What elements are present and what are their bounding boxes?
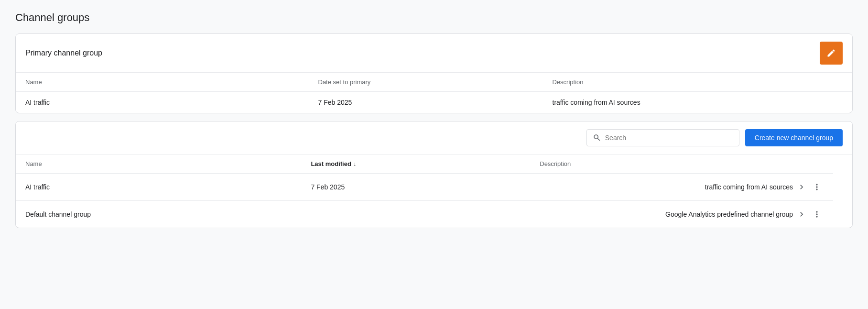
- group-row-name-2: Default channel group: [16, 201, 301, 228]
- table-row: Default channel group Google Analytics p…: [16, 201, 852, 228]
- channel-groups-card: Create new channel group Name Last modif…: [15, 121, 853, 228]
- primary-row-date: 7 Feb 2025: [309, 92, 543, 113]
- group-row-description-1: traffic coming from AI sources: [530, 174, 833, 201]
- primary-channel-group-card: Primary channel group Name Date set to p…: [15, 33, 853, 113]
- chevron-right-icon: [797, 210, 806, 219]
- primary-row-description: traffic coming from AI sources: [543, 92, 853, 113]
- edit-icon: [826, 48, 836, 58]
- table-row: AI traffic 7 Feb 2025 traffic coming fro…: [16, 92, 852, 113]
- row-chevron-button-1[interactable]: [795, 180, 808, 194]
- page-title: Channel groups: [15, 11, 853, 24]
- primary-col-description: Description: [543, 73, 853, 92]
- row-chevron-button-2[interactable]: [795, 208, 808, 221]
- edit-primary-button[interactable]: [820, 42, 843, 65]
- primary-table: Name Date set to primary Description AI …: [16, 73, 852, 113]
- group-row-description-2: Google Analytics predefined channel grou…: [530, 201, 833, 228]
- row-more-button-2[interactable]: [810, 208, 824, 221]
- search-box[interactable]: [586, 129, 739, 146]
- chevron-right-icon: [797, 182, 806, 192]
- groups-table: Name Last modified ↓ Description AI traf…: [16, 154, 852, 228]
- primary-col-date: Date set to primary: [309, 73, 543, 92]
- group-row-name-1: AI traffic: [16, 174, 301, 201]
- groups-toolbar: Create new channel group: [16, 121, 852, 154]
- groups-col-modified: Last modified ↓: [301, 154, 530, 174]
- table-row: AI traffic 7 Feb 2025 traffic coming fro…: [16, 174, 852, 201]
- more-vert-icon: [812, 210, 822, 219]
- groups-col-description: Description: [530, 154, 833, 174]
- primary-col-name: Name: [16, 73, 309, 92]
- group-row-modified-1: 7 Feb 2025: [301, 174, 530, 201]
- primary-row-name: AI traffic: [16, 92, 309, 113]
- groups-col-name: Name: [16, 154, 301, 174]
- search-icon: [593, 133, 601, 142]
- primary-card-title: Primary channel group: [25, 49, 102, 57]
- primary-card-header: Primary channel group: [16, 34, 852, 73]
- sort-down-icon: ↓: [353, 161, 356, 167]
- create-channel-group-button[interactable]: Create new channel group: [745, 129, 843, 146]
- search-input[interactable]: [605, 134, 733, 142]
- group-row-modified-2: [301, 201, 530, 228]
- more-vert-icon: [812, 182, 822, 192]
- row-more-button-1[interactable]: [810, 180, 824, 194]
